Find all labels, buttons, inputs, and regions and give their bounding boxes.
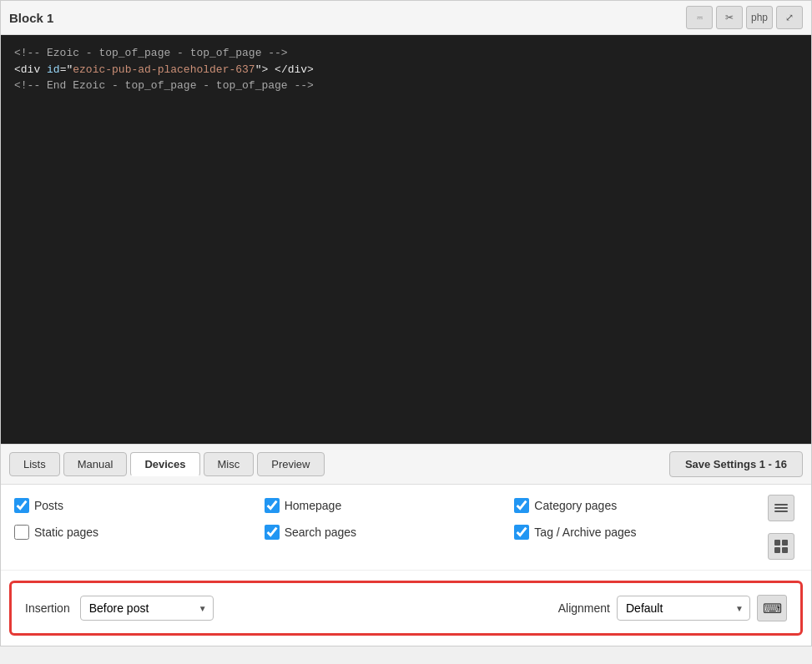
block-header: Block 1 ⎓ ✂ php ⤢ — [1, 1, 811, 35]
expand-icon: ⤢ — [785, 12, 794, 23]
static-pages-row: Static pages — [14, 525, 265, 540]
category-pages-row: Category pages — [514, 498, 764, 513]
tab-preview[interactable]: Preview — [257, 452, 324, 476]
posts-checkbox[interactable] — [14, 498, 29, 513]
tab-misc[interactable]: Misc — [204, 452, 255, 476]
static-pages-checkbox[interactable] — [14, 525, 29, 540]
tag-archive-pages-checkbox[interactable] — [514, 525, 529, 540]
tab-devices[interactable]: Devices — [130, 452, 199, 476]
code-comment-end: <!-- End Ezoic - top_of_page - top_of_pa… — [14, 79, 314, 92]
tabs-group: Lists Manual Devices Misc Preview — [9, 452, 325, 476]
copy-icon: ⎓ — [697, 12, 703, 23]
expand-icon-button[interactable]: ⤢ — [776, 6, 803, 29]
tab-bar: Lists Manual Devices Misc Preview Save S… — [1, 444, 811, 485]
posts-row: Posts — [14, 498, 265, 513]
checkboxes-section: Posts Static pages Homepage Search pages — [1, 485, 811, 571]
list-icon-button[interactable] — [768, 495, 794, 521]
search-pages-checkbox[interactable] — [265, 525, 280, 540]
checkbox-col-3: Category pages Tag / Archive pages — [514, 495, 764, 560]
tag-archive-pages-row: Tag / Archive pages — [514, 525, 764, 540]
copy-icon-button[interactable]: ⎓ — [686, 6, 713, 29]
homepage-row: Homepage — [265, 498, 515, 513]
tag-archive-pages-label: Tag / Archive pages — [534, 526, 636, 539]
insertion-label: Insertion — [25, 601, 70, 615]
alignment-select-wrapper: Default Left Center Right — [617, 596, 750, 621]
code-comment-start: <!-- Ezoic - top_of_page - top_of_page -… — [14, 47, 288, 59]
keyboard-icon-button[interactable]: ⌨ — [757, 595, 787, 621]
insertion-alignment-section: Insertion Before post After post Before … — [9, 581, 803, 636]
search-pages-row: Search pages — [265, 525, 515, 540]
tab-lists[interactable]: Lists — [9, 452, 60, 476]
category-pages-checkbox[interactable] — [514, 498, 529, 513]
checkbox-icon-col — [764, 495, 798, 560]
scissors-icon-button[interactable]: ✂ — [716, 6, 743, 29]
save-settings-button[interactable]: Save Settings 1 - 16 — [669, 451, 803, 477]
insertion-select-wrapper: Before post After post Before content Af… — [80, 596, 214, 621]
header-icon-group: ⎓ ✂ php ⤢ — [686, 6, 803, 29]
grid-icon-button[interactable] — [768, 533, 794, 560]
static-pages-label: Static pages — [34, 526, 98, 539]
homepage-label: Homepage — [285, 499, 342, 512]
tab-manual[interactable]: Manual — [63, 452, 128, 476]
block-title: Block 1 — [9, 11, 53, 25]
checkbox-col-1: Posts Static pages — [14, 495, 265, 560]
checkbox-col-2: Homepage Search pages — [265, 495, 515, 560]
list-icon — [774, 504, 788, 512]
grid-icon — [774, 540, 788, 553]
scissors-icon: ✂ — [725, 12, 734, 23]
code-div-tag: <div id="ezoic-pub-ad-placeholder-637"> … — [14, 63, 314, 76]
php-label: php — [751, 12, 768, 23]
alignment-group: Alignment Default Left Center Right ⌨ — [558, 595, 787, 621]
homepage-checkbox[interactable] — [265, 498, 280, 513]
search-pages-label: Search pages — [285, 526, 356, 539]
insertion-select[interactable]: Before post After post Before content Af… — [80, 596, 214, 621]
alignment-label: Alignment — [558, 601, 610, 615]
category-pages-label: Category pages — [534, 499, 617, 512]
checkboxes-grid: Posts Static pages Homepage Search pages — [14, 495, 798, 560]
posts-label: Posts — [34, 499, 63, 512]
keyboard-icon: ⌨ — [763, 601, 782, 616]
alignment-select[interactable]: Default Left Center Right — [617, 596, 750, 621]
php-icon-button[interactable]: php — [746, 6, 773, 29]
code-editor[interactable]: <!-- Ezoic - top_of_page - top_of_page -… — [1, 35, 811, 444]
